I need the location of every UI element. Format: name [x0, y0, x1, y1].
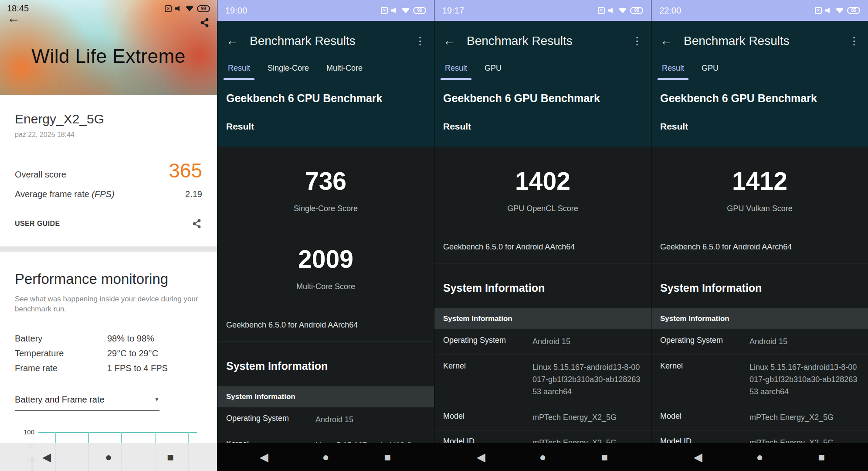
benchmark-section-header: Geekbench 6 GPU Benchmark Result	[434, 80, 651, 147]
frame-rate-label: Average frame rate (FPS)	[15, 189, 115, 199]
share-icon[interactable]	[200, 17, 210, 28]
score-label: GPU Vulkan Score	[651, 204, 868, 213]
nav-recents-button[interactable]: ■	[806, 443, 837, 471]
benchmark-section-header: Geekbench 6 CPU Benchmark Result	[217, 80, 434, 147]
table-row: Kernel Linux 5.15.167-android13-8-00017-…	[434, 355, 651, 405]
nav-back-button[interactable]: ◀	[466, 443, 496, 471]
status-bar: 22:00 ✕ 85	[651, 0, 868, 21]
share-icon[interactable]	[192, 218, 202, 229]
app-header: ← Benchmark Results ⋮	[651, 21, 868, 56]
chart-type-dropdown[interactable]: Battery and Frame rate ▼	[15, 395, 159, 411]
benchmark-section-header: Geekbench 6 GPU Benchmark Result	[651, 80, 868, 147]
page-title: Benchmark Results	[467, 34, 573, 48]
back-arrow-icon[interactable]: ←	[7, 11, 20, 24]
row-value: mPTech Energy_X2_5G	[532, 412, 617, 424]
nav-home-button[interactable]: ●	[93, 443, 124, 471]
nav-home-button[interactable]: ●	[528, 443, 558, 471]
android-nav-bar: ◀ ● ■	[651, 443, 868, 471]
score-area: 1412 GPU Vulkan Score	[651, 147, 868, 231]
metric-row-battery: Battery 98% to 98%	[15, 331, 202, 346]
panel-3dmark-result: 18:45 ✕ 98 ← Wild Life Extreme Energy_X2…	[0, 0, 217, 471]
metric-value: 29°C to 29°C	[107, 346, 158, 361]
status-bar: 19:17 ✕ 95	[434, 0, 651, 21]
battery-icon: 98	[197, 5, 210, 12]
panel-geekbench-gpu-vulkan: 22:00 ✕ 85 ← Benchmark Results ⋮ Result …	[651, 0, 868, 471]
score-block: 1402 GPU OpenCL Score	[434, 167, 651, 213]
benchmark-name: Geekbench 6 CPU Benchmark	[226, 92, 425, 105]
nav-home-button[interactable]: ●	[745, 443, 775, 471]
tab-bar: Result GPU	[434, 56, 651, 80]
gridline-100	[38, 432, 197, 433]
row-label: Model	[443, 412, 532, 424]
row-value: Android 15	[532, 336, 570, 348]
system-information-title: System Information	[651, 263, 868, 308]
metrics-list: Battery 98% to 98% Temperature 29°C to 2…	[15, 331, 202, 375]
nav-recents-button[interactable]: ■	[589, 443, 620, 471]
row-label: Operating System	[443, 336, 532, 348]
nav-recents-button[interactable]: ■	[372, 443, 403, 471]
tab-result[interactable]: Result	[436, 56, 476, 80]
app-version-text: Geekbench 6.5.0 for Android AArch64	[651, 231, 868, 263]
status-time: 19:00	[225, 6, 247, 16]
battery-icon: 85	[847, 7, 860, 14]
user-guide-link[interactable]: USER GUIDE	[15, 220, 60, 228]
benchmark-name: Geekbench 6 GPU Benchmark	[660, 92, 859, 105]
status-icons: ✕ 85	[815, 7, 860, 14]
score-block: 1412 GPU Vulkan Score	[651, 167, 868, 213]
metric-label: Temperature	[15, 346, 107, 361]
app-header: ← Benchmark Results ⋮	[434, 21, 651, 56]
score-area: 1402 GPU OpenCL Score	[434, 147, 651, 231]
tab-gpu[interactable]: GPU	[693, 56, 727, 80]
score-value: 2009	[217, 245, 434, 273]
score-value: 1412	[651, 167, 868, 195]
nav-back-button[interactable]: ◀	[683, 443, 713, 471]
back-arrow-icon[interactable]: ←	[660, 35, 672, 47]
table-row: Operating System Android 15	[651, 329, 868, 355]
app-version-text: Geekbench 6.5.0 for Android AArch64	[434, 231, 651, 263]
nav-back-button[interactable]: ◀	[31, 443, 62, 471]
nav-recents-button[interactable]: ■	[155, 443, 186, 471]
score-value: 1402	[434, 167, 651, 195]
nav-back-button[interactable]: ◀	[249, 443, 279, 471]
system-information-subheader: System Information	[434, 308, 651, 329]
status-bar: 19:00 ✕ 96	[217, 0, 434, 21]
wifi-icon	[186, 6, 193, 11]
status-icons: ✕ 98	[165, 5, 210, 12]
vibrate-icon: ✕	[165, 5, 172, 12]
tab-result[interactable]: Result	[219, 56, 259, 80]
table-row: Kernel Linux 5.15.167-android13-8-00017-…	[651, 355, 868, 405]
back-arrow-icon[interactable]: ←	[443, 35, 455, 47]
tab-result[interactable]: Result	[653, 56, 693, 80]
frame-rate-unit: (FPS)	[92, 189, 114, 199]
tab-gpu[interactable]: GPU	[476, 56, 510, 80]
y-tick-100: 100	[24, 428, 34, 442]
tab-single-core[interactable]: Single-Core	[259, 56, 318, 80]
nav-home-button[interactable]: ●	[311, 443, 341, 471]
card-divider	[0, 246, 217, 252]
benchmark-name: Geekbench 6 GPU Benchmark	[443, 92, 642, 105]
dropdown-selected-value: Battery and Frame rate	[15, 395, 105, 405]
screenshot-canvas: 18:45 ✕ 98 ← Wild Life Extreme Energy_X2…	[0, 0, 868, 471]
overflow-menu-icon[interactable]: ⋮	[632, 36, 642, 46]
metric-row-frame-rate: Frame rate 1 FPS to 4 FPS	[15, 361, 202, 375]
back-arrow-icon[interactable]: ←	[226, 35, 238, 47]
page-title: Benchmark Results	[684, 34, 790, 48]
table-row: Operating System Android 15	[217, 407, 434, 433]
run-date: paź 22, 2025 18:44	[15, 131, 202, 139]
panel-geekbench-gpu-opencl: 19:17 ✕ 95 ← Benchmark Results ⋮ Result …	[434, 0, 651, 471]
tab-multi-core[interactable]: Multi-Core	[318, 56, 371, 80]
row-label: Kernel	[660, 362, 749, 398]
overflow-menu-icon[interactable]: ⋮	[415, 36, 425, 46]
table-row: Operating System Android 15	[434, 329, 651, 355]
user-guide-row: USER GUIDE	[15, 218, 202, 229]
performance-monitoring-title: Performance monitoring	[15, 271, 202, 287]
speaker-icon	[175, 6, 182, 12]
overflow-menu-icon[interactable]: ⋮	[849, 36, 859, 46]
score-label: GPU OpenCL Score	[434, 204, 651, 213]
result-heading: Result	[660, 121, 859, 132]
score-label: Multi-Core Score	[217, 282, 434, 291]
speaker-icon	[608, 7, 615, 14]
wifi-icon	[836, 8, 844, 14]
overall-score-value: 365	[169, 159, 202, 182]
system-information-title: System Information	[217, 341, 434, 386]
